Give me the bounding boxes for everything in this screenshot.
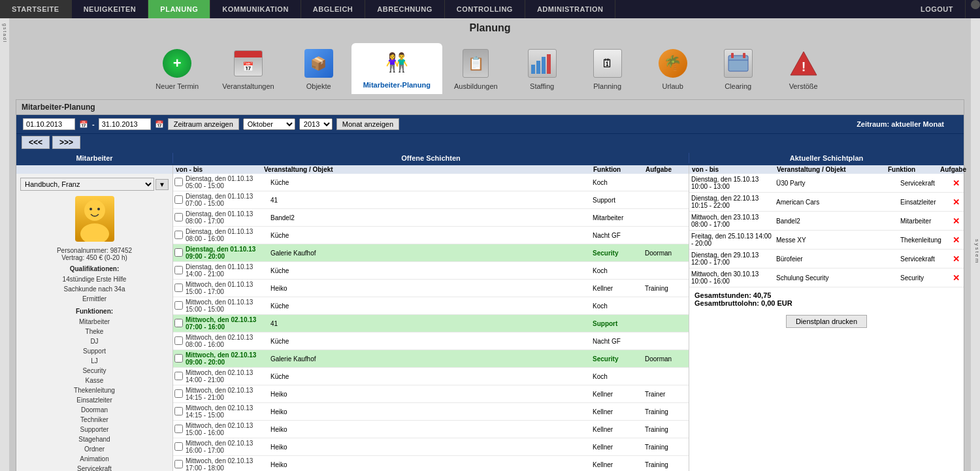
monat-anzeigen-button[interactable]: Monat anzeigen bbox=[336, 118, 399, 130]
quali-title: Qualifikationen: bbox=[20, 265, 169, 272]
toolbar-objekte[interactable]: 📦 Objekte bbox=[286, 44, 351, 93]
nav-abgleich[interactable]: ABGLEICH bbox=[301, 0, 365, 18]
schicht-checkbox-9[interactable] bbox=[174, 336, 183, 345]
delete-button-2[interactable]: ✕ bbox=[951, 216, 964, 227]
svg-text:!: ! bbox=[801, 59, 806, 74]
schicht-aufgabe bbox=[643, 270, 689, 271]
schicht-checkbox-15[interactable] bbox=[174, 442, 183, 451]
schicht-checkbox-4[interactable] bbox=[174, 248, 183, 257]
schicht-checkbox-5[interactable] bbox=[174, 266, 183, 274]
schicht-funktion: Kellner bbox=[591, 284, 643, 293]
schicht-checkbox-3[interactable] bbox=[174, 231, 183, 239]
to-date-calendar-icon[interactable]: 📅 bbox=[155, 120, 164, 129]
nav-startseite[interactable]: STARTSEITE bbox=[0, 0, 72, 18]
funk-8: Einsatzleiter bbox=[20, 395, 169, 405]
schicht-funktion: Nacht GF bbox=[591, 337, 643, 346]
schicht-funktion: Kellner bbox=[591, 443, 643, 451]
toolbar-objekte-label: Objekte bbox=[306, 82, 331, 90]
schicht-checkbox-16[interactable] bbox=[174, 460, 183, 468]
nav-controlling[interactable]: CONTROLLING bbox=[445, 0, 525, 18]
nav-kommunikation[interactable]: KOMMUNIKATION bbox=[210, 0, 301, 18]
delete-button-3[interactable]: ✕ bbox=[951, 235, 964, 246]
schicht-veranst: Bandel2 bbox=[269, 214, 591, 222]
dienstplan-drucken-button[interactable]: Dienstplan drucken bbox=[786, 315, 867, 328]
from-date-input[interactable] bbox=[23, 118, 75, 130]
mitarbeiter-select-row: Handbuch, Franz ▼ bbox=[20, 178, 169, 191]
offene-schicht-row: Mittwoch, den 01.10.13 15:00 - 17:00 Hei… bbox=[173, 280, 689, 297]
mp-panel-title: Mitarbeiter-Planung bbox=[16, 100, 964, 115]
zeitraum-anzeigen-button[interactable]: Zeitraum anzeigen bbox=[168, 118, 239, 130]
schicht-funktion: Nacht GF bbox=[591, 231, 643, 240]
nav-logout[interactable]: LOGOUT bbox=[909, 0, 966, 18]
col-offene-funktion: Funktion bbox=[591, 165, 643, 174]
schicht-checkbox-14[interactable] bbox=[174, 425, 183, 433]
month-select[interactable]: Oktober JanuarFebruarMärz AprilMaiJuni J… bbox=[243, 118, 295, 130]
col-offene-aufgabe: Aufgabe bbox=[643, 165, 689, 174]
nav-planung[interactable]: PLANUNG bbox=[148, 0, 210, 18]
col-offene-veranst: Veranstaltung / Objekt bbox=[261, 165, 591, 174]
svg-point-11 bbox=[80, 223, 109, 242]
toolbar-veranstaltungen[interactable]: 📅 Veranstaltungen bbox=[210, 44, 286, 93]
schicht-checkbox-11[interactable] bbox=[174, 372, 183, 380]
th-mitarbeiter: Mitarbeiter bbox=[16, 153, 173, 163]
toolbar-veranstaltungen-label: Veranstaltungen bbox=[222, 82, 274, 90]
schicht-checkbox-6[interactable] bbox=[174, 284, 183, 292]
th-aktueller-schichtplan: Aktueller Schichtplan bbox=[689, 153, 964, 163]
schicht-funktion: Kellner bbox=[591, 408, 643, 416]
to-date-input[interactable] bbox=[99, 118, 151, 130]
toolbar-verstoesse[interactable]: ! Verstöße bbox=[771, 44, 836, 93]
schicht-aufgabe bbox=[643, 376, 689, 377]
from-date-calendar-icon[interactable]: 📅 bbox=[79, 120, 88, 129]
col-aktuell-veranst: Veranstaltung / Objekt bbox=[774, 165, 885, 174]
planning-icon: 🗓 bbox=[591, 47, 624, 80]
next-nav-button[interactable]: >>> bbox=[52, 136, 80, 149]
verstoesse-icon: ! bbox=[787, 47, 820, 80]
year-select[interactable]: 201320122014 bbox=[299, 118, 333, 130]
delete-button-1[interactable]: ✕ bbox=[951, 197, 964, 208]
schicht-aufgabe: Training bbox=[643, 425, 689, 434]
toolbar-clearing[interactable]: Clearing bbox=[706, 44, 771, 93]
delete-button-0[interactable]: ✕ bbox=[951, 178, 964, 189]
schicht-checkbox-2[interactable] bbox=[174, 213, 183, 221]
aschicht-veranst: Bandel2 bbox=[774, 217, 898, 225]
toolbar-mitarbeiter-planung[interactable]: 👫 Mitarbeiter-Planung bbox=[351, 43, 442, 94]
schicht-checkbox-8[interactable] bbox=[174, 319, 183, 327]
schicht-checkbox-7[interactable] bbox=[174, 301, 183, 310]
mitarbeiter-select[interactable]: Handbuch, Franz bbox=[20, 178, 154, 191]
schicht-checkbox-1[interactable] bbox=[174, 195, 183, 204]
schicht-checkbox-12[interactable] bbox=[174, 389, 183, 398]
schicht-funktion: Security bbox=[591, 355, 643, 363]
aschicht-veranst: Ü30 Party bbox=[774, 179, 898, 187]
avatar-area bbox=[20, 196, 169, 242]
delete-button-4[interactable]: ✕ bbox=[951, 253, 964, 265]
delete-button-5[interactable]: ✕ bbox=[951, 272, 964, 284]
toolbar-urlaub[interactable]: 🌴 Urlaub bbox=[640, 44, 706, 93]
nav-administration[interactable]: ADMINISTRATION bbox=[525, 0, 616, 18]
personal-info: Personalnummer: 987452 Vertrag: 450 € (0… bbox=[20, 247, 169, 261]
toolbar-ausbildungen[interactable]: 📋 Ausbildungen bbox=[442, 44, 510, 93]
schicht-checkbox-10[interactable] bbox=[174, 354, 183, 363]
toolbar-neuer-termin[interactable]: + Neuer Termin bbox=[144, 44, 210, 93]
schicht-veranst: Küche bbox=[269, 372, 591, 381]
mitarbeiter-dropdown-button[interactable]: ▼ bbox=[155, 179, 169, 190]
schicht-funktion: Koch bbox=[591, 302, 643, 310]
toolbar-staffing[interactable]: Staffing bbox=[510, 44, 575, 93]
aschicht-veranst: Messe XY bbox=[774, 236, 898, 244]
main-content-row: Handbuch, Franz ▼ bbox=[16, 174, 964, 471]
ausbildungen-icon: 📋 bbox=[459, 47, 492, 80]
toolbar-verstoesse-label: Verstöße bbox=[789, 82, 818, 90]
nav-abrechnung[interactable]: ABRECHNUNG bbox=[365, 0, 444, 18]
quali-0: 14stündige Erste Hilfe bbox=[20, 274, 169, 284]
toolbar-planning[interactable]: 🗓 Planning bbox=[575, 44, 640, 93]
toolbar: + Neuer Termin 📅 Veranstaltungen 📦 Objek… bbox=[9, 38, 971, 99]
schicht-vonbis: Mittwoch, den 02.10.13 08:00 - 16:00 bbox=[184, 333, 269, 349]
funk-9: Doorman bbox=[20, 405, 169, 415]
schicht-aufgabe: Training bbox=[643, 284, 689, 293]
svg-point-13 bbox=[97, 208, 100, 210]
prev-nav-button[interactable]: <<< bbox=[22, 136, 50, 149]
schicht-vonbis: Dienstag, den 01.10.13 09:00 - 20:00 bbox=[184, 245, 269, 261]
nav-neuigkeiten[interactable]: NEUIGKEITEN bbox=[72, 0, 149, 18]
col-aktuell-vonbis: von - bis bbox=[689, 165, 774, 174]
schicht-checkbox-0[interactable] bbox=[174, 178, 183, 186]
schicht-checkbox-13[interactable] bbox=[174, 407, 183, 415]
